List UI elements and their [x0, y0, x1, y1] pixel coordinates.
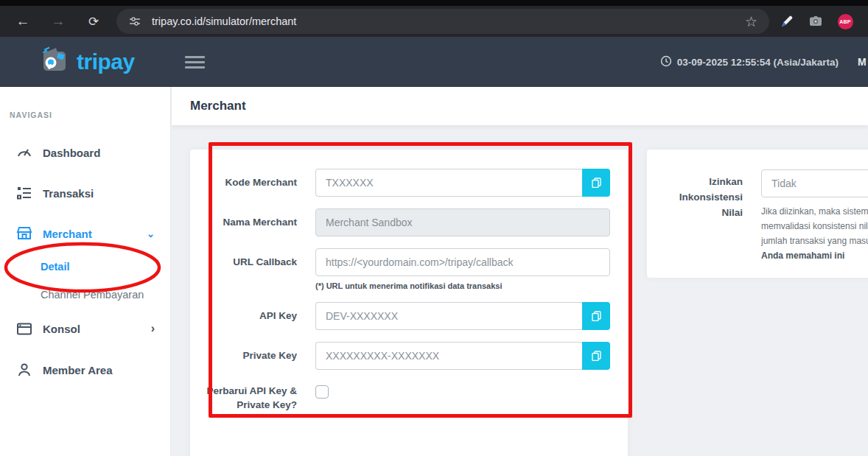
url-text[interactable]: tripay.co.id/simulator/merchant — [152, 15, 745, 27]
chevron-right-icon: › — [151, 322, 155, 335]
form-row-renew-keys: Perbarui API Key & Private Key? — [203, 382, 610, 412]
forward-icon[interactable]: → — [46, 9, 71, 34]
chevron-down-icon: ⌄ — [147, 228, 155, 239]
help-line: Jika diizinkan, maka sistem tidak akan — [761, 204, 868, 219]
kode-merchant-input[interactable] — [315, 169, 582, 197]
form-row-api-key: API Key — [203, 302, 610, 330]
sidebar-subitem-channel-pembayaran[interactable]: Channel Pembayaran — [41, 287, 144, 303]
header-datetime: 03-09-2025 12:55:54 (Asia/Jakarta) M — [660, 55, 868, 69]
subitem-label: Channel Pembayaran — [41, 289, 144, 301]
help-line: Anda memahami ini — [761, 248, 868, 263]
sidebar-item-label: Member Area — [43, 364, 112, 376]
izinkan-inkonsistensi-select[interactable]: Tidak — [761, 169, 868, 197]
truncated-menu-item[interactable]: M — [858, 56, 868, 68]
inconsistency-label: Izinkan Inkonsistensi Nilai — [663, 169, 743, 278]
field-label: Kode Merchant — [203, 169, 297, 197]
help-line: memvalidasi konsistensi nilai pada — [761, 219, 868, 234]
field-label: URL Callback — [203, 248, 297, 290]
wallet-logo-icon — [38, 46, 71, 78]
api-key-input[interactable] — [315, 302, 582, 330]
field-label: Perbarui API Key & Private Key? — [203, 382, 297, 412]
sidebar-item-label: Transaksi — [43, 187, 94, 200]
inconsistency-help: Jika diizinkan, maka sistem tidak akan m… — [761, 204, 868, 263]
copy-api-key-button[interactable] — [582, 302, 610, 330]
field-label: API Key — [203, 302, 297, 330]
sidebar-item-label: Merchant — [43, 228, 92, 240]
camera-extension-icon[interactable] — [803, 10, 828, 32]
field-label: Private Key — [203, 342, 297, 370]
url-callback-help: (*) URL untuk menerima notifikasi data t… — [315, 281, 610, 290]
sidebar-item-merchant[interactable]: Merchant ⌄ — [0, 222, 171, 245]
copy-kode-merchant-button[interactable] — [582, 169, 610, 197]
sidebar-section-label: NAVIGASI — [10, 111, 52, 119]
browser-chrome: ← → ⟳ tripay.co.id/simulator/merchant ☆ — [0, 0, 868, 37]
sidebar-item-member-area[interactable]: Member Area — [0, 359, 171, 381]
page-title: Merchant — [190, 99, 246, 113]
subitem-label: Detail — [41, 261, 70, 273]
site-settings-icon[interactable] — [125, 12, 144, 31]
sidebar-item-konsol[interactable]: Konsol › — [0, 318, 171, 340]
form-row-private-key: Private Key — [203, 342, 610, 370]
sidebar: NAVIGASI Dashboard Transaksi — [0, 87, 171, 456]
pen-extension-icon[interactable] — [774, 10, 799, 32]
user-icon — [15, 362, 34, 377]
merchant-detail-card: Kode Merchant Nama Merchant — [190, 150, 628, 456]
reload-icon[interactable]: ⟳ — [81, 9, 106, 34]
browser-toolbar: ← → ⟳ tripay.co.id/simulator/merchant ☆ — [0, 6, 868, 37]
datetime-text: 03-09-2025 12:55:54 (Asia/Jakarta) — [677, 57, 839, 68]
form-row-url-callback: URL Callback (*) URL untuk menerima noti… — [203, 248, 610, 290]
store-icon — [15, 226, 34, 241]
help-line: jumlah transaksi yang masuk. Pastikan — [761, 234, 868, 248]
content-header: Merchant — [172, 87, 868, 125]
inconsistency-card: Izinkan Inkonsistensi Nilai Tidak Jika d… — [647, 150, 868, 278]
renew-keys-checkbox[interactable] — [315, 385, 329, 399]
back-icon[interactable]: ← — [10, 9, 35, 34]
clock-icon — [660, 55, 672, 69]
form-row-nama-merchant: Nama Merchant — [203, 208, 610, 236]
abp-badge: ABP — [838, 14, 853, 29]
list-icon — [15, 186, 34, 200]
url-callback-input[interactable] — [315, 248, 610, 276]
sidebar-item-label: Dashboard — [43, 147, 100, 159]
private-key-input[interactable] — [315, 342, 582, 370]
tripay-logo[interactable]: tripay — [38, 46, 135, 78]
bookmark-star-icon[interactable]: ☆ — [745, 13, 757, 30]
field-label: Nama Merchant — [203, 208, 297, 236]
nama-merchant-input — [315, 208, 610, 236]
sidebar-item-dashboard[interactable]: Dashboard — [0, 141, 171, 164]
form-row-kode-merchant: Kode Merchant — [203, 169, 610, 197]
adblock-abp-icon[interactable]: ABP — [833, 10, 858, 32]
console-window-icon — [15, 322, 34, 336]
address-bar[interactable]: tripay.co.id/simulator/merchant ☆ — [116, 9, 769, 34]
copy-private-key-button[interactable] — [582, 342, 610, 370]
hamburger-menu-icon[interactable] — [185, 53, 205, 71]
app-header: tripay 03-09-2025 12:55:54 (Asia/Jakarta… — [0, 37, 868, 87]
sidebar-item-transaksi[interactable]: Transaksi — [0, 182, 171, 204]
sidebar-item-label: Konsol — [43, 323, 80, 335]
gauge-icon — [15, 146, 34, 159]
brand-name: tripay — [77, 49, 135, 74]
sidebar-subitem-detail[interactable]: Detail — [41, 259, 70, 275]
